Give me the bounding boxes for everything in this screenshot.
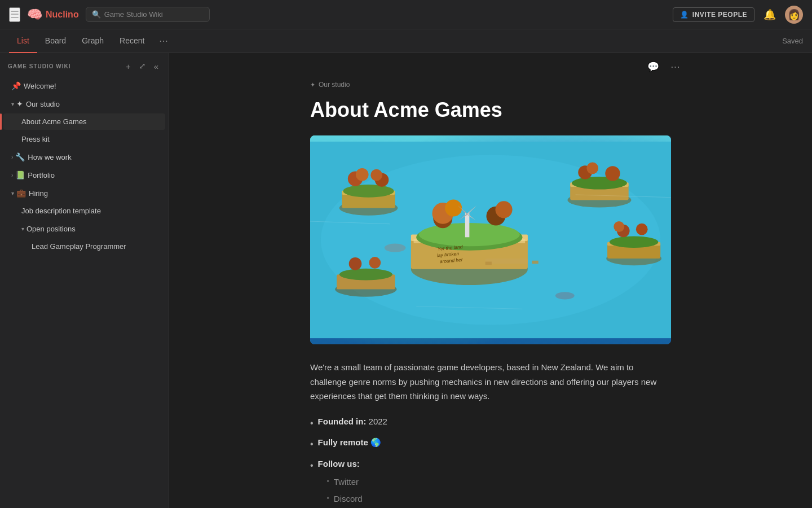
pin-icon: 📌	[11, 81, 21, 90]
sidebar-item-our-studio[interactable]: ▾ ✦ Our studio □	[3, 95, 165, 112]
svg-rect-48	[486, 259, 528, 264]
social-links-list: • Twitter • Discord	[318, 475, 363, 506]
add-item-button[interactable]: +	[123, 60, 133, 72]
svg-point-24	[343, 185, 394, 198]
tab-list[interactable]: List	[9, 29, 37, 53]
chevron-down-icon-2: ▾	[11, 190, 14, 196]
founded-bold: Founded in:	[318, 417, 367, 426]
logo[interactable]: 🧠 Nuclino	[27, 7, 79, 22]
chevron-down-icon: ▾	[11, 101, 14, 107]
inner-bullet-dot-2: •	[327, 493, 329, 504]
content-pane: 💬 ⋯ ✦ Our studio About Acme Games	[169, 53, 812, 508]
sidebar-item-job-description[interactable]: Job description template	[3, 203, 165, 219]
tab-board[interactable]: Board	[37, 29, 74, 53]
sidebar-item-open-positions[interactable]: ▾ Open positions □	[3, 220, 165, 237]
hero-image: Yet the land lay broken around her	[310, 135, 671, 344]
invite-button[interactable]: 👤 INVITE PEOPLE	[673, 7, 754, 22]
sidebar-item-how-we-work[interactable]: › 🔧 How we work □	[3, 148, 165, 165]
chevron-down-icon-3: ▾	[21, 226, 24, 232]
list-item-founded: • Founded in: 2022	[310, 415, 671, 431]
svg-point-45	[339, 269, 392, 281]
sidebar-item-label: Welcome!	[24, 82, 157, 90]
discord-link[interactable]: Discord	[334, 492, 363, 506]
how-we-work-icon: 🔧	[15, 152, 25, 161]
follow-bold: Follow us:	[318, 459, 360, 468]
workspace-title: GAME STUDIO WIKI	[8, 63, 119, 69]
sidebar-item-welcome[interactable]: 📌 Welcome!	[3, 77, 165, 94]
sidebar: GAME STUDIO WIKI + ⤢ « 📌 Welcome! ▾ ✦ Ou…	[0, 53, 169, 508]
svg-point-47	[369, 257, 381, 269]
svg-point-10	[445, 200, 462, 217]
bullet-dot-3: •	[310, 458, 314, 473]
list-item-remote: • Fully remote 🌎	[310, 436, 671, 452]
app-name: Nuclino	[46, 10, 79, 20]
tab-recent[interactable]: Recent	[112, 29, 152, 53]
search-input[interactable]: Game Studio Wiki	[104, 10, 163, 19]
sidebar-item-portfolio[interactable]: › 📗 Portfolio □	[3, 167, 165, 183]
menu-button[interactable]: ☰	[9, 7, 20, 22]
topbar: ☰ 🧠 Nuclino 🔍 Game Studio Wiki 👤 INVITE …	[0, 0, 812, 29]
inner-bullet-dot-1: •	[327, 476, 329, 487]
expand-button[interactable]: ⤢	[136, 60, 148, 72]
portfolio-icon: 📗	[15, 170, 25, 179]
topbar-right: 👤 INVITE PEOPLE 🔔 👩	[673, 6, 803, 24]
svg-rect-49	[532, 261, 538, 264]
page-title: About Acme Games	[310, 98, 671, 122]
content-toolbar: 💬 ⋯	[276, 53, 705, 81]
hero-image-inner: Yet the land lay broken around her	[310, 135, 671, 344]
comment-button[interactable]: 💬	[645, 59, 661, 75]
collapse-sidebar-button[interactable]: «	[152, 60, 161, 72]
list-item-twitter: • Twitter	[318, 475, 363, 489]
svg-point-26	[356, 168, 369, 181]
saved-label: Saved	[782, 37, 803, 45]
bullet-list: • Founded in: 2022 • Fully remote 🌎 • Fo…	[310, 415, 671, 508]
remote-emoji: 🌎	[368, 437, 381, 447]
tab-graph[interactable]: Graph	[74, 29, 112, 53]
svg-point-12	[495, 201, 512, 218]
svg-point-34	[586, 163, 598, 174]
sidebar-item-lead-programmer[interactable]: Lead Gameplay Programmer	[3, 238, 165, 255]
svg-point-52	[555, 292, 575, 299]
svg-point-28	[370, 169, 382, 181]
svg-point-46	[349, 257, 362, 270]
twitter-link[interactable]: Twitter	[334, 475, 359, 489]
svg-point-42	[636, 224, 648, 235]
list-item-discord: • Discord	[318, 492, 363, 506]
sidebar-item-about-acme[interactable]: About Acme Games	[3, 113, 165, 130]
svg-point-32	[572, 177, 627, 190]
sidebar-item-press-kit[interactable]: Press kit	[3, 131, 165, 147]
breadcrumb: ✦ Our studio	[310, 81, 671, 89]
more-options-button[interactable]: ⋯	[668, 59, 682, 75]
svg-rect-50	[486, 262, 492, 265]
notifications-bell-icon[interactable]: 🔔	[764, 8, 776, 21]
breadcrumb-text[interactable]: Our studio	[319, 81, 350, 89]
founded-text: 2022	[366, 417, 387, 426]
chevron-right-icon-2: ›	[11, 172, 13, 178]
sidebar-actions: + ⤢ «	[123, 60, 161, 72]
main-area: GAME STUDIO WIKI + ⤢ « 📌 Welcome! ▾ ✦ Ou…	[0, 53, 812, 508]
svg-point-39	[610, 237, 659, 248]
list-item-follow: • Follow us: • Twitter • Discord	[310, 457, 671, 508]
bullet-dot-1: •	[310, 416, 314, 431]
our-studio-icon: ✦	[16, 99, 23, 108]
chevron-right-icon: ›	[11, 154, 13, 160]
tabs-bar: List Board Graph Recent ⋯ Saved	[0, 29, 812, 53]
logo-icon: 🧠	[27, 7, 42, 22]
sidebar-item-hiring[interactable]: ▾ 💼 Hiring □	[3, 185, 165, 202]
tabs-more-icon[interactable]: ⋯	[155, 36, 173, 46]
sidebar-header: GAME STUDIO WIKI + ⤢ «	[0, 53, 169, 77]
svg-rect-13	[465, 213, 470, 237]
content-inner: ✦ Our studio About Acme Games	[288, 81, 694, 508]
topbar-left: ☰ 🧠 Nuclino 🔍 Game Studio Wiki	[9, 7, 666, 22]
svg-point-35	[605, 166, 620, 181]
description-text: We're a small team of passionate game de…	[310, 360, 671, 404]
search-icon: 🔍	[92, 10, 101, 19]
avatar[interactable]: 👩	[785, 6, 803, 24]
invite-label: INVITE PEOPLE	[692, 11, 747, 19]
hiring-icon: 💼	[16, 189, 26, 198]
svg-point-41	[614, 221, 624, 232]
search-box[interactable]: 🔍 Game Studio Wiki	[86, 7, 210, 22]
breadcrumb-icon: ✦	[310, 81, 315, 89]
game-art-svg: Yet the land lay broken around her	[310, 135, 671, 344]
remote-bold: Fully remote	[318, 437, 368, 447]
